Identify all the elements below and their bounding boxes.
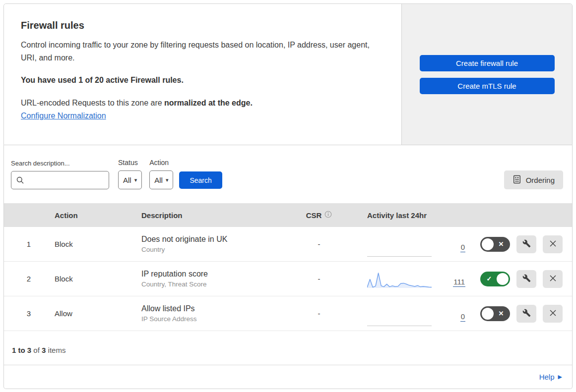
page-title: Firewall rules <box>21 20 382 31</box>
action-filter-group: Action All ▾ <box>149 159 173 189</box>
rule-activity-cell: 0 <box>341 296 465 331</box>
activity-sparkline <box>367 270 432 289</box>
rule-action: Block <box>54 240 138 248</box>
activity-count-link[interactable]: 111 <box>453 278 465 287</box>
cta-panel: Create firewall rule Create mTLS rule <box>401 4 572 145</box>
delete-rule-button[interactable] <box>543 270 563 288</box>
search-label: Search description... <box>11 160 109 167</box>
status-filter-group: Status All ▾ <box>118 159 142 189</box>
table-header: Action Description CSR Activity last 24h… <box>4 203 572 227</box>
rule-priority: 1 <box>4 240 54 248</box>
action-label: Action <box>149 159 173 167</box>
status-dropdown[interactable]: All ▾ <box>118 170 142 189</box>
rule-description: IP reputation score <box>141 270 297 279</box>
wrench-icon <box>522 309 531 319</box>
edit-rule-button[interactable] <box>516 305 536 323</box>
rule-activity-cell: 111 <box>341 262 465 296</box>
pagination-of: of <box>33 346 40 354</box>
close-icon <box>549 240 557 249</box>
help-link-label: Help <box>539 373 555 381</box>
action-dropdown[interactable]: All ▾ <box>149 170 173 189</box>
description-column-header: Description <box>138 211 297 220</box>
help-link[interactable]: Help ▶ <box>539 373 562 381</box>
normalization-text: URL-encoded Requests to this zone are <box>21 99 164 107</box>
create-firewall-rule-button[interactable]: Create firewall rule <box>420 55 555 71</box>
table-row: 2 Block IP reputation score Country, Thr… <box>4 262 572 296</box>
normalization-note: URL-encoded Requests to this zone are no… <box>21 99 382 108</box>
activity-sparkline <box>367 306 432 326</box>
rule-description-cell: IP reputation score Country, Threat Scor… <box>138 270 297 288</box>
search-icon <box>16 176 24 186</box>
rule-description-cell: Does not originate in UK Country <box>138 235 297 253</box>
rule-csr: - <box>297 240 341 248</box>
close-icon <box>549 309 557 318</box>
activity-count-link[interactable]: 0 <box>460 312 465 322</box>
activity-sparkline <box>367 237 432 257</box>
create-mtls-rule-button[interactable]: Create mTLS rule <box>420 78 555 94</box>
configure-normalization-link[interactable]: Configure Normalization <box>21 112 106 120</box>
rule-controls: ✕ <box>465 305 572 323</box>
page-description: Control incoming traffic to your zone by… <box>21 39 378 64</box>
action-dropdown-value: All <box>154 176 163 184</box>
ordering-button-label: Ordering <box>526 176 555 184</box>
delete-rule-button[interactable] <box>543 235 563 253</box>
rule-controls: ✕ <box>465 235 572 253</box>
rules-list-card: Search description... Status All ▾ Actio… <box>3 145 573 389</box>
firewall-rules-page: Firewall rules Control incoming traffic … <box>3 3 573 389</box>
wrench-icon <box>522 274 531 284</box>
normalization-bold-text: normalized at the edge. <box>164 99 253 107</box>
action-column-header: Action <box>54 211 138 220</box>
filter-bar: Search description... Status All ▾ Actio… <box>4 145 572 203</box>
header-section: Firewall rules Control incoming traffic … <box>3 3 573 145</box>
help-row: Help ▶ <box>4 365 572 389</box>
rule-csr: - <box>297 309 341 318</box>
ordering-list-icon <box>512 175 521 185</box>
rule-action: Allow <box>54 309 138 318</box>
rule-criteria: Country, Threat Score <box>141 280 297 288</box>
usage-summary: You have used 1 of 20 active Firewall ru… <box>21 76 382 85</box>
rule-description: Allow listed IPs <box>141 304 297 313</box>
csr-header-label: CSR <box>306 211 322 220</box>
pagination-total: 3 <box>42 346 46 354</box>
pagination-range: 1 to 3 <box>12 346 31 354</box>
rule-description: Does not originate in UK <box>141 235 297 244</box>
rule-csr: - <box>297 275 341 283</box>
rule-action: Block <box>54 275 138 283</box>
table-row: 3 Allow Allow listed IPs IP Source Addre… <box>4 296 572 331</box>
intro-panel: Firewall rules Control incoming traffic … <box>4 4 401 145</box>
rule-enabled-toggle[interactable]: ✕ <box>480 306 510 321</box>
status-label: Status <box>118 159 142 167</box>
rule-description-cell: Allow listed IPs IP Source Address <box>138 304 297 323</box>
rule-criteria: IP Source Address <box>141 315 297 323</box>
chevron-down-icon: ▾ <box>134 177 137 183</box>
search-input[interactable] <box>11 171 109 189</box>
search-button[interactable]: Search <box>179 171 222 189</box>
ordering-button[interactable]: Ordering <box>504 170 563 189</box>
activity-count-link[interactable]: 0 <box>460 243 465 252</box>
status-dropdown-value: All <box>123 176 131 184</box>
activity-column-header: Activity last 24hr <box>341 211 465 220</box>
search-group: Search description... <box>11 160 109 189</box>
pagination-items: items <box>48 346 66 354</box>
edit-rule-button[interactable] <box>516 270 536 288</box>
table-row: 1 Block Does not originate in UK Country… <box>4 227 572 262</box>
pagination-summary: 1 to 3 of 3 items <box>4 331 572 365</box>
csr-column-header: CSR <box>297 211 341 220</box>
chevron-down-icon: ▾ <box>166 177 169 183</box>
delete-rule-button[interactable] <box>543 305 563 323</box>
rule-priority: 3 <box>4 309 54 318</box>
rule-criteria: Country <box>141 246 297 253</box>
rule-enabled-toggle[interactable]: ✓ <box>480 272 510 286</box>
rule-priority: 2 <box>4 275 54 283</box>
info-icon[interactable] <box>324 211 332 220</box>
edit-rule-button[interactable] <box>516 235 536 253</box>
rule-activity-cell: 0 <box>341 227 465 261</box>
close-icon <box>549 275 557 283</box>
search-box <box>11 171 109 189</box>
arrow-right-icon: ▶ <box>558 374 562 380</box>
wrench-icon <box>522 239 531 249</box>
rule-controls: ✓ <box>465 270 572 288</box>
rule-enabled-toggle[interactable]: ✕ <box>480 237 510 252</box>
